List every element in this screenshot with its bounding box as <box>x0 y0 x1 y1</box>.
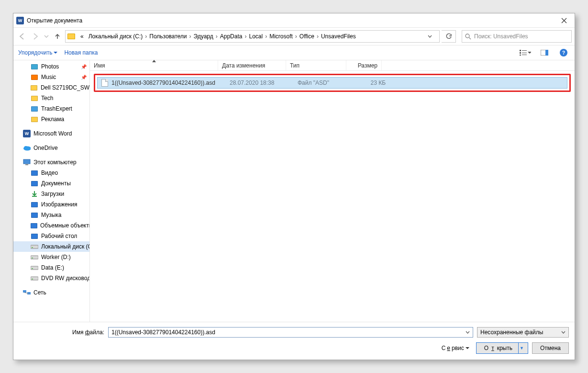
svg-rect-11 <box>545 50 548 56</box>
svg-rect-24 <box>32 279 33 280</box>
sidebar-quick-item[interactable]: Dell S2719DC_SW <box>13 82 89 93</box>
file-name: 1((Unsaved-308277901404224160)).asd <box>111 79 215 86</box>
breadcrumb-item[interactable]: Локальный диск (C:) <box>87 33 144 40</box>
tools-button[interactable]: Сервис <box>442 345 469 351</box>
open-file-dialog: W Открытие документа « Локальный диск (C… <box>13 13 575 360</box>
new-folder-button[interactable]: Новая папка <box>64 49 98 56</box>
organize-button[interactable]: Упорядочить <box>18 49 57 56</box>
desktop-icon <box>31 232 38 240</box>
pictures-icon <box>31 201 38 208</box>
chevron-down-icon <box>54 52 57 54</box>
file-row[interactable]: 1((Unsaved-308277901404224160)).asd 28.0… <box>97 77 567 89</box>
sidebar-pc-item[interactable]: DVD RW дисковод <box>13 273 89 283</box>
dialog-footer: Имя файла: 1((Unsaved-308277901404224160… <box>13 322 575 360</box>
sidebar-quick-item[interactable]: Tech <box>13 93 89 103</box>
view-list-icon <box>520 50 527 56</box>
chevron-down-icon <box>44 35 49 38</box>
sidebar-onedrive[interactable]: OneDrive <box>13 143 89 153</box>
sidebar-pc-item[interactable]: Рабочий стол <box>13 231 89 241</box>
open-button[interactable]: Открыть ▼ <box>476 342 528 354</box>
annotation-highlight: 1((Unsaved-308277901404224160)).asd 28.0… <box>94 74 571 92</box>
svg-rect-7 <box>522 53 527 53</box>
sidebar-item-label: Worker (D:) <box>41 254 71 260</box>
sidebar-pc-item[interactable]: Локальный диск (C:) <box>13 241 89 252</box>
nav-up-button[interactable] <box>52 31 63 42</box>
breadcrumb-item[interactable]: Эдуард <box>192 33 215 40</box>
sidebar-item-label: Tech <box>41 95 53 102</box>
col-type-label: Тип <box>290 62 300 69</box>
breadcrumb-path[interactable]: « Локальный диск (C:)›Пользователи›Эдуар… <box>65 30 440 43</box>
dialog-title: Открытие документа <box>27 17 556 24</box>
sidebar-pc-item[interactable]: Загрузки <box>13 189 89 199</box>
sidebar-item-label: Dell S2719DC_SW <box>41 84 89 91</box>
path-dropdown-button[interactable] <box>428 35 437 38</box>
chevron-down-icon <box>466 347 469 350</box>
sidebar-this-pc[interactable]: Этот компьютер <box>13 157 89 168</box>
column-header-type[interactable]: Тип <box>286 60 346 70</box>
column-header-size[interactable]: Размер <box>346 60 382 70</box>
breadcrumb-item[interactable]: Local <box>247 33 264 40</box>
network-icon <box>23 289 31 296</box>
help-button[interactable]: ? <box>557 47 570 58</box>
sidebar-network[interactable]: Сеть <box>13 287 89 298</box>
sidebar-item-label: Этот компьютер <box>33 159 77 166</box>
recent-locations-button[interactable] <box>43 31 50 42</box>
sidebar-quick-item[interactable]: Реклама <box>13 114 89 124</box>
sidebar-pc-item[interactable]: Музыка <box>13 210 89 220</box>
file-list-pane: Имя Дата изменения Тип Размер 1((Unsaved… <box>90 60 575 322</box>
search-input[interactable]: Поиск: UnsavedFiles <box>462 30 572 43</box>
chevron-right-icon: › <box>264 33 268 40</box>
drive-icon <box>31 253 38 261</box>
breadcrumb-item[interactable]: UnsavedFiles <box>320 33 357 40</box>
breadcrumb-item[interactable]: AppData <box>219 33 244 40</box>
view-options-button[interactable] <box>519 47 532 58</box>
sidebar-item-label: Музыка <box>41 212 61 218</box>
close-button[interactable] <box>556 15 572 26</box>
sidebar-pc-item[interactable]: Data (E:) <box>13 262 89 273</box>
breadcrumb-item[interactable]: Пользователи <box>148 33 188 40</box>
sidebar-pc-item[interactable]: Изображения <box>13 199 89 210</box>
file-date: 28.07.2020 18:38 <box>230 79 274 86</box>
preview-pane-icon <box>541 50 548 56</box>
svg-rect-4 <box>520 50 521 51</box>
breadcrumb-item[interactable]: Microsoft <box>268 33 294 40</box>
sidebar-word[interactable]: WMicrosoft Word <box>13 128 89 139</box>
refresh-button[interactable] <box>442 30 456 43</box>
chevron-right-icon: › <box>189 33 192 40</box>
arrow-left-icon <box>18 33 26 40</box>
sidebar-pc-item[interactable]: Объемные объекты <box>13 220 89 231</box>
sidebar-pc-item[interactable]: Видео <box>13 168 89 178</box>
svg-rect-17 <box>31 245 38 249</box>
column-header-date[interactable]: Дата изменения <box>218 60 286 70</box>
filetype-combo[interactable]: Несохраненные файлы <box>477 327 569 338</box>
file-size: 23 КБ <box>370 79 386 86</box>
open-split-button[interactable]: ▼ <box>518 343 525 353</box>
sidebar-quick-item[interactable]: Music📌 <box>13 72 89 82</box>
folder-icon <box>67 34 75 39</box>
svg-rect-23 <box>31 277 38 280</box>
nav-back-button[interactable] <box>16 31 28 42</box>
svg-point-13 <box>24 146 28 149</box>
svg-rect-5 <box>522 50 527 51</box>
cancel-button[interactable]: Отмена <box>532 342 569 354</box>
filename-label: Имя файла: <box>19 329 104 336</box>
filename-input[interactable]: 1((Unsaved-308277901404224160)).asd <box>108 327 473 338</box>
sidebar-quick-item[interactable]: Photos📌 <box>13 61 89 72</box>
breadcrumb-item[interactable]: Office <box>298 33 316 40</box>
folder-icon <box>31 115 38 123</box>
breadcrumb-overflow[interactable]: « <box>79 33 85 40</box>
chevron-right-icon: › <box>316 33 320 40</box>
downloads-icon <box>31 190 38 198</box>
sidebar-pc-item[interactable]: Worker (D:) <box>13 252 89 262</box>
refresh-icon <box>445 33 452 40</box>
svg-point-2 <box>466 34 469 38</box>
sidebar-item-label: Реклама <box>41 116 64 123</box>
preview-pane-button[interactable] <box>538 47 551 58</box>
svg-rect-19 <box>31 256 38 259</box>
sidebar-pc-item[interactable]: Документы <box>13 178 89 189</box>
sidebar-quick-item[interactable]: TrashExpert <box>13 103 89 114</box>
nav-forward-button[interactable] <box>30 31 41 42</box>
svg-rect-16 <box>32 196 37 197</box>
column-header-name[interactable]: Имя <box>90 60 218 70</box>
col-date-label: Дата изменения <box>222 62 265 69</box>
